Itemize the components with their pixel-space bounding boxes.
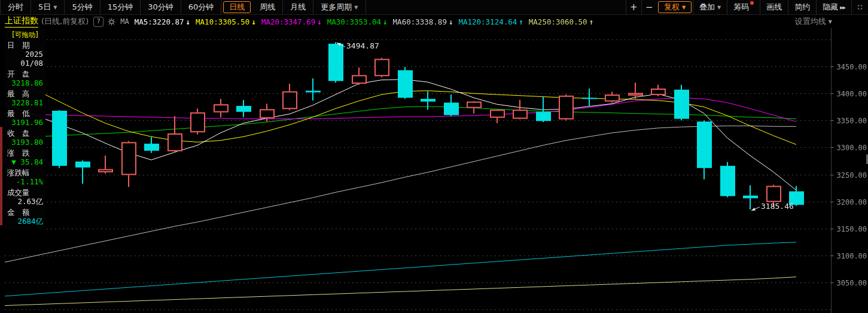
period-toolbar: 分时 5日▼ 5分钟 15分钟 30分钟 60分钟 日线 周线 月线 更多周期▼…: [0, 0, 868, 15]
info-row-high: 最 高 3228.81: [7, 89, 43, 107]
arrow-down-icon: ↓: [251, 17, 256, 26]
symbol-name[interactable]: 上证指数: [5, 16, 38, 28]
arrow-up-icon: ↑: [519, 17, 523, 26]
ma250-value: MA250:3060.50↑: [529, 17, 593, 26]
zoom-in-button[interactable]: +: [626, 0, 641, 14]
chart-mode-label: (日线,前复权): [41, 16, 89, 27]
chevron-down-icon: ▼: [829, 19, 832, 25]
tab-15min[interactable]: 15分钟: [100, 0, 141, 14]
hide-button[interactable]: 隐藏▶▶: [816, 0, 851, 14]
arrow-down-icon: ↓: [449, 17, 453, 26]
info-row-volume: 成交量 2.63亿: [7, 188, 43, 206]
notification-dot-icon: [750, 1, 754, 5]
info-row-change: 涨 跌 ▼ 35.84: [7, 148, 43, 166]
ma120-value: MA120:3124.64↑: [458, 17, 523, 26]
help-icon[interactable]: ?: [93, 17, 103, 27]
ma20-value: MA20:3347.69↓: [261, 17, 322, 26]
fullscreen-icon: [858, 3, 862, 11]
tab-fenshi[interactable]: 分时: [0, 0, 31, 14]
tab-monthly[interactable]: 月线: [283, 0, 313, 14]
chart-tools: + − 复权▼ 叠加▼ 筹码 画线 简约 隐藏▶▶: [626, 0, 868, 14]
ma-group-label: MA: [120, 17, 129, 26]
chevron-down-icon: ▼: [354, 5, 358, 10]
draw-line-button[interactable]: 画线: [760, 0, 788, 14]
ma-settings-button[interactable]: 设置均线▼: [795, 16, 832, 27]
tab-60min[interactable]: 60分钟: [181, 0, 222, 14]
ma30-value: MA30:3353.04↓: [327, 17, 388, 26]
fullscreen-button[interactable]: [851, 0, 868, 14]
period-tabs: 分时 5日▼ 5分钟 15分钟 30分钟 60分钟 日线 周线 月线 更多周期▼: [0, 0, 366, 14]
arrow-up-icon: ↑: [589, 17, 594, 26]
chevron-down-icon: ▼: [717, 5, 721, 10]
info-row-date: 日 期 2025 01/08: [7, 41, 43, 68]
info-row-open: 开 盘 3218.86: [7, 69, 43, 87]
tab-5day[interactable]: 5日▼: [31, 0, 65, 14]
tab-weekly[interactable]: 周线: [252, 0, 283, 14]
info-row-turnover: 金 额 2684亿: [7, 208, 43, 226]
ma60-value: MA60:3338.89↓: [393, 17, 453, 26]
tab-more-periods[interactable]: 更多周期▼: [313, 0, 366, 14]
tab-daily[interactable]: 日线: [223, 1, 251, 13]
tab-5min[interactable]: 5分钟: [65, 0, 100, 14]
arrow-down-icon: ↓: [317, 17, 322, 26]
arrow-down-icon: ↓: [383, 17, 388, 26]
chevron-down-icon: ▼: [682, 5, 686, 10]
simple-mode-button[interactable]: 简约: [788, 0, 816, 14]
zoom-out-button[interactable]: −: [641, 0, 657, 14]
ma10-value: MA10:3305.50↓: [196, 17, 256, 26]
ma5-value: MA5:3220.87↓: [135, 17, 190, 26]
overlay-button[interactable]: 叠加▼: [693, 0, 727, 14]
arrow-down-icon: ↓: [186, 17, 191, 26]
settings-gear-icon[interactable]: [107, 17, 116, 26]
drag-hint-label: [可拖动]: [7, 31, 43, 39]
info-row-low: 最 低 3191.96: [7, 109, 43, 127]
info-row-change-pct: 涨跌幅 -1.11%: [7, 168, 43, 186]
candlestick-chart[interactable]: [0, 0, 868, 313]
indicator-legend: 上证指数 (日线,前复权) ? MA MA5:3220.87↓ MA10:330…: [0, 15, 868, 28]
double-arrow-icon: ▶▶: [840, 5, 845, 10]
chevron-down-icon: ▼: [53, 5, 57, 10]
quote-info-panel[interactable]: [可拖动] 日 期 2025 01/08 开 盘 3218.86 最 高 322…: [5, 29, 45, 230]
info-row-close: 收 盘 3193.80: [7, 129, 43, 147]
adjust-price-button[interactable]: 复权▼: [658, 1, 692, 13]
tab-30min[interactable]: 30分钟: [141, 0, 181, 14]
chips-button[interactable]: 筹码: [727, 0, 760, 14]
